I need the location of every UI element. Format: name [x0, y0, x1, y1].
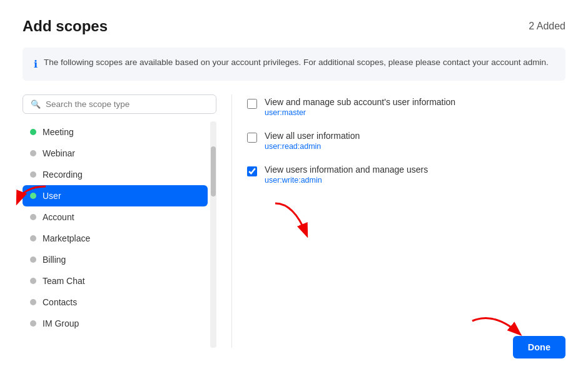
checkbox-view-manage-sub[interactable]: [247, 99, 257, 109]
scope-label-billing: Billing: [43, 255, 66, 265]
scope-option-label-view-manage-sub: View and manage sub account's user infor…: [265, 97, 455, 107]
scrollbar-track[interactable]: [210, 121, 216, 348]
scope-item-meeting[interactable]: Meeting: [23, 121, 208, 143]
info-banner-text: The following scopes are available based…: [44, 56, 549, 69]
scope-label-team-chat: Team Chat: [43, 276, 85, 286]
arrow-right-2-annotation: [469, 308, 525, 346]
scope-item-recording[interactable]: Recording: [23, 164, 208, 185]
search-input[interactable]: [46, 99, 208, 109]
added-count: 2 Added: [529, 21, 565, 32]
scope-label-account: Account: [43, 212, 74, 222]
scope-option-tag-view-users-manage: user:write:admin: [265, 176, 428, 185]
scope-dot-im-group: [30, 320, 36, 327]
scrollbar-thumb[interactable]: [211, 146, 216, 196]
scope-option-tag-view-all-user: user:read:admin: [265, 142, 360, 151]
scope-dot-team-chat: [30, 278, 36, 284]
scope-label-webinar: Webinar: [43, 148, 75, 158]
scope-option-tag-view-manage-sub: user:master: [265, 108, 455, 117]
checkbox-view-users-manage[interactable]: [247, 166, 257, 176]
scope-dot-meeting: [30, 129, 36, 135]
left-panel: 🔍 MeetingWebinarRecordingUserAccountMark…: [23, 94, 216, 348]
scope-dot-billing: [30, 257, 36, 263]
scope-item-webinar[interactable]: Webinar: [23, 143, 208, 164]
scope-dot-marketplace: [30, 235, 36, 241]
scope-item-im-group[interactable]: IM Group: [23, 313, 208, 334]
info-banner: ℹ The following scopes are available bas…: [23, 48, 565, 81]
scope-option-view-manage-sub: View and manage sub account's user infor…: [247, 97, 565, 117]
scope-list: MeetingWebinarRecordingUserAccountMarket…: [23, 121, 208, 348]
main-container: Add scopes 2 Added ℹ The following scope…: [0, 0, 588, 376]
header-row: Add scopes 2 Added: [23, 18, 565, 35]
scope-dot-recording: [30, 171, 36, 178]
scope-list-wrapper: MeetingWebinarRecordingUserAccountMarket…: [23, 121, 216, 348]
scope-item-contacts[interactable]: Contacts: [23, 292, 208, 313]
scope-option-view-all-user: View all user informationuser:read:admin: [247, 131, 565, 151]
scope-item-team-chat[interactable]: Team Chat: [23, 270, 208, 292]
scope-option-view-users-manage: View users information and manage usersu…: [247, 165, 565, 185]
scope-dot-webinar: [30, 150, 36, 156]
arrow-right-1-annotation: [269, 200, 319, 244]
info-icon: ℹ: [34, 57, 38, 72]
scope-label-marketplace: Marketplace: [43, 233, 90, 243]
scope-option-label-view-users-manage: View users information and manage users: [265, 165, 428, 175]
scope-item-user[interactable]: User: [23, 185, 208, 206]
search-box: 🔍: [23, 94, 216, 114]
scope-label-im-group: IM Group: [43, 318, 79, 328]
checkbox-view-all-user[interactable]: [247, 133, 257, 143]
scope-item-billing[interactable]: Billing: [23, 249, 208, 270]
panel-divider: [231, 94, 232, 348]
page-title: Add scopes: [23, 18, 108, 35]
scope-option-label-view-all-user: View all user information: [265, 131, 360, 141]
scope-item-marketplace[interactable]: Marketplace: [23, 228, 208, 249]
scope-label-contacts: Contacts: [43, 297, 77, 307]
scope-item-account[interactable]: Account: [23, 206, 208, 228]
scope-option-text-view-users-manage: View users information and manage usersu…: [265, 165, 428, 185]
search-icon: 🔍: [31, 99, 41, 109]
scope-label-meeting: Meeting: [43, 127, 74, 137]
scope-label-recording: Recording: [43, 170, 83, 180]
scope-dot-account: [30, 214, 36, 220]
scope-option-text-view-all-user: View all user informationuser:read:admin: [265, 131, 360, 151]
scope-dot-contacts: [30, 299, 36, 305]
arrow-left-annotation: [5, 180, 49, 211]
scope-option-text-view-manage-sub: View and manage sub account's user infor…: [265, 97, 455, 117]
